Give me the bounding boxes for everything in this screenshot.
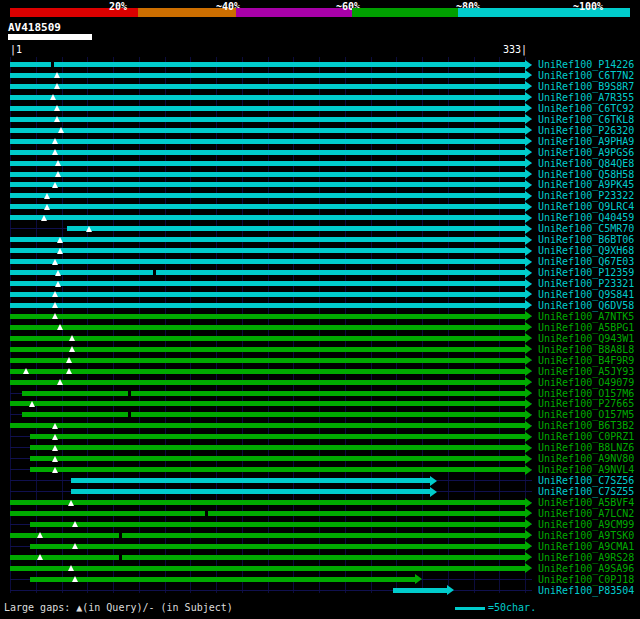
hit-bar[interactable]	[10, 500, 525, 505]
hit-bar[interactable]	[10, 84, 525, 89]
hit-bar[interactable]	[10, 237, 525, 242]
hit-bar[interactable]	[30, 577, 415, 582]
hit-bar[interactable]	[30, 445, 525, 450]
hit-label[interactable]: UniRef100_A7LCN2	[538, 508, 634, 519]
hit-bar[interactable]	[10, 73, 525, 78]
hit-label[interactable]: UniRef100_A9PHA9	[538, 136, 634, 147]
hit-bar[interactable]	[30, 544, 525, 549]
hit-bar[interactable]	[22, 412, 525, 417]
hit-label[interactable]: UniRef100_Q58H58	[538, 169, 634, 180]
hit-label[interactable]: UniRef100_P12359	[538, 267, 634, 278]
hit-label[interactable]: UniRef100_P83504	[538, 585, 634, 596]
hit-bar[interactable]	[67, 226, 525, 231]
hit-label[interactable]: UniRef100_Q67E03	[538, 256, 634, 267]
hit-label[interactable]: UniRef100_C6T7N2	[538, 70, 634, 81]
hit-bar[interactable]	[10, 182, 525, 187]
hit-label[interactable]: UniRef100_A9TSK0	[538, 530, 634, 541]
hit-bar[interactable]	[10, 128, 525, 133]
hit-bar[interactable]	[30, 434, 525, 439]
hit-label[interactable]: UniRef100_C7SZ55	[538, 486, 634, 497]
hit-label[interactable]: UniRef100_C6TC92	[538, 103, 634, 114]
hit-label[interactable]: UniRef100_A5BVF4	[538, 497, 634, 508]
hit-label[interactable]: UniRef100_A5BPG1	[538, 322, 634, 333]
hit-bar[interactable]	[10, 150, 525, 155]
hit-bar[interactable]	[10, 117, 525, 122]
hit-label[interactable]: UniRef100_C5MR70	[538, 223, 634, 234]
hit-label[interactable]: UniRef100_B8LNZ6	[538, 442, 634, 453]
hit-label[interactable]: UniRef100_B6T3B2	[538, 420, 634, 431]
hit-label[interactable]: UniRef100_O157M5	[538, 409, 634, 420]
hit-bar[interactable]	[10, 303, 525, 308]
hit-label[interactable]: UniRef100_A9CM99	[538, 519, 634, 530]
hit-label[interactable]: UniRef100_P27665	[538, 398, 634, 409]
subject-gap-marker-icon	[119, 555, 122, 560]
hit-bar[interactable]	[10, 401, 525, 406]
hit-label[interactable]: UniRef100_A7NTK5	[538, 311, 634, 322]
hit-label[interactable]: UniRef100_Q84QE8	[538, 158, 634, 169]
hit-bar[interactable]	[10, 193, 525, 198]
hit-label[interactable]: UniRef100_A9PGS6	[538, 147, 634, 158]
hit-bar[interactable]	[10, 423, 525, 428]
hit-label[interactable]: UniRef100_C6TKL8	[538, 114, 634, 125]
hit-label[interactable]: UniRef100_B4F9R9	[538, 355, 634, 366]
hit-label[interactable]: UniRef100_Q943W1	[538, 333, 634, 344]
hit-label[interactable]: UniRef100_Q9XH68	[538, 245, 634, 256]
scalebar-line-icon	[455, 607, 485, 610]
hit-label[interactable]: UniRef100_B8A8L8	[538, 344, 634, 355]
hit-bar[interactable]	[10, 172, 525, 177]
hit-label[interactable]: UniRef100_Q6DV58	[538, 300, 634, 311]
hit-label[interactable]: UniRef100_A9NVL4	[538, 464, 634, 475]
hit-bar[interactable]	[10, 139, 525, 144]
hit-bar[interactable]	[10, 369, 525, 374]
hit-label[interactable]: UniRef100_Q9LRC4	[538, 201, 634, 212]
hit-label[interactable]: UniRef100_B9S8R7	[538, 81, 634, 92]
hit-bar[interactable]	[10, 106, 525, 111]
hit-bar[interactable]	[10, 347, 525, 352]
hit-bar[interactable]	[10, 270, 525, 275]
hit-label[interactable]: UniRef100_A7R355	[538, 92, 634, 103]
hit-label[interactable]: UniRef100_O157M6	[538, 388, 634, 399]
hit-label[interactable]: UniRef100_A9RS28	[538, 552, 634, 563]
hit-bar[interactable]	[71, 489, 431, 494]
hit-label[interactable]: UniRef100_C0PRZ1	[538, 431, 634, 442]
hit-bar[interactable]	[10, 215, 525, 220]
hit-bar[interactable]	[10, 533, 525, 538]
hit-label[interactable]: UniRef100_A9NV80	[538, 453, 634, 464]
hit-label[interactable]: UniRef100_Q40459	[538, 212, 634, 223]
hit-bar[interactable]	[10, 204, 525, 209]
hit-label[interactable]: UniRef100_P26320	[538, 125, 634, 136]
hit-bar[interactable]	[10, 95, 525, 100]
hit-bar[interactable]	[10, 248, 525, 253]
hit-bar[interactable]	[30, 456, 525, 461]
hit-bar[interactable]	[10, 281, 525, 286]
hit-label[interactable]: UniRef100_C0PJ18	[538, 574, 634, 585]
hit-bar[interactable]	[10, 161, 525, 166]
hit-label[interactable]: UniRef100_A9SA96	[538, 563, 634, 574]
hit-bar[interactable]	[393, 588, 447, 593]
hit-bar[interactable]	[30, 522, 525, 527]
hit-label[interactable]: UniRef100_P23321	[538, 278, 634, 289]
hit-bar[interactable]	[22, 391, 525, 396]
hit-bar[interactable]	[10, 358, 525, 363]
hit-label[interactable]: UniRef100_A5JY93	[538, 366, 634, 377]
hit-bar[interactable]	[10, 259, 525, 264]
hit-label[interactable]: UniRef100_A9PK45	[538, 179, 634, 190]
hit-bar[interactable]	[10, 325, 525, 330]
hit-bar[interactable]	[71, 478, 431, 483]
hit-bar[interactable]	[10, 511, 525, 516]
hit-label[interactable]: UniRef100_P23322	[538, 190, 634, 201]
hit-bar[interactable]	[10, 380, 525, 385]
hit-label[interactable]: UniRef100_B6BT06	[538, 234, 634, 245]
hit-label[interactable]: UniRef100_C7SZ56	[538, 475, 634, 486]
hit-bar[interactable]	[10, 336, 525, 341]
hit-bar[interactable]	[10, 566, 525, 571]
hit-label[interactable]: UniRef100_Q9S841	[538, 289, 634, 300]
hit-bar[interactable]	[10, 292, 525, 297]
hit-bar[interactable]	[10, 314, 525, 319]
hit-bar[interactable]	[10, 555, 525, 560]
hit-bar[interactable]	[30, 467, 525, 472]
hit-label[interactable]: UniRef100_O49079	[538, 377, 634, 388]
hit-bar[interactable]	[10, 62, 525, 67]
hit-label[interactable]: UniRef100_A9CMA1	[538, 541, 634, 552]
hit-label[interactable]: UniRef100_P14226	[538, 59, 634, 70]
